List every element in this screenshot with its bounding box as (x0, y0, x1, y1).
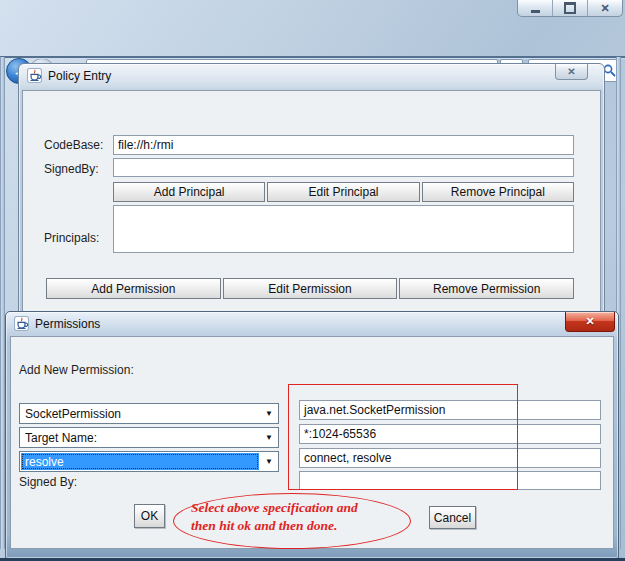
annotation-rectangle (288, 384, 518, 490)
signedby-label: SignedBy: (44, 162, 99, 176)
target-name-value: Target Name: (21, 429, 259, 446)
permission-button-row: Add Permission Edit Permission Remove Pe… (46, 278, 574, 299)
principals-label: Principals: (44, 231, 99, 245)
policy-entry-content: CodeBase: file://h:/rmi SignedBy: Add Pr… (22, 90, 601, 312)
annotation-line-1: Select above specification and (191, 499, 358, 517)
maximize-icon (564, 2, 576, 14)
screen: ✕ ← → « New Volume (H:) ▸ rmi ▸ com ▸ ja… (0, 0, 625, 561)
codebase-field[interactable]: file://h:/rmi (113, 135, 574, 155)
minimize-button[interactable] (518, 0, 553, 16)
java-coffee-cup-icon (27, 68, 42, 83)
permission-type-combobox[interactable]: SocketPermission ▼ (19, 403, 279, 424)
policy-entry-close-button[interactable]: ✕ (555, 64, 588, 80)
annotation-line-2: then hit ok and then done. (191, 517, 358, 535)
chevron-down-icon[interactable]: ▼ (265, 410, 273, 418)
chevron-down-icon[interactable]: ▼ (265, 458, 273, 466)
navbar-divider (0, 56, 625, 59)
policy-entry-titlebar: Policy Entry (19, 64, 604, 83)
principal-button-row: Add Principal Edit Principal Remove Prin… (113, 182, 574, 202)
chevron-down-icon[interactable]: ▼ (265, 434, 273, 442)
permissions-close-button[interactable]: ✕ (565, 312, 615, 332)
principals-list[interactable] (113, 205, 574, 253)
actions-combobox[interactable]: resolve ▼ (19, 451, 279, 472)
close-icon: ✕ (567, 66, 575, 77)
add-principal-button[interactable]: Add Principal (113, 182, 265, 202)
actions-value-selected: resolve (21, 453, 259, 470)
navigation-bar: ← → « New Volume (H:) ▸ rmi ▸ com ▸ java… (0, 28, 625, 56)
minimize-icon (531, 10, 540, 13)
close-icon: ✕ (600, 3, 609, 14)
maximize-button[interactable] (553, 0, 588, 16)
remove-principal-button[interactable]: Remove Principal (422, 182, 574, 202)
signedby-field[interactable] (113, 158, 574, 177)
window-controls: ✕ (517, 0, 623, 17)
permissions-title: Permissions (35, 317, 100, 331)
edit-permission-button[interactable]: Edit Permission (223, 278, 398, 299)
edit-principal-button[interactable]: Edit Principal (267, 182, 419, 202)
permissions-titlebar: Permissions (6, 312, 618, 331)
add-new-permission-label: Add New Permission: (19, 363, 134, 377)
cancel-button[interactable]: Cancel (429, 506, 476, 529)
remove-permission-button[interactable]: Remove Permission (399, 278, 574, 299)
codebase-label: CodeBase: (44, 138, 103, 152)
permission-type-value: SocketPermission (21, 405, 259, 422)
ok-button[interactable]: OK (134, 504, 165, 528)
java-coffee-cup-icon (14, 316, 29, 331)
permissions-content: Add New Permission: SocketPermission ▼ T… (10, 336, 614, 549)
policy-entry-title: Policy Entry (48, 69, 111, 83)
close-icon: ✕ (585, 315, 594, 328)
target-name-combobox[interactable]: Target Name: ▼ (19, 427, 279, 448)
add-permission-button[interactable]: Add Permission (46, 278, 221, 299)
signed-by-label: Signed By: (19, 475, 77, 489)
annotation-text: Select above specification and then hit … (191, 499, 358, 535)
permissions-dialog: Permissions ✕ Add New Permission: Socket… (5, 311, 619, 559)
policy-entry-dialog: Policy Entry ✕ CodeBase: file://h:/rmi S… (18, 63, 605, 313)
close-button[interactable]: ✕ (588, 0, 622, 16)
